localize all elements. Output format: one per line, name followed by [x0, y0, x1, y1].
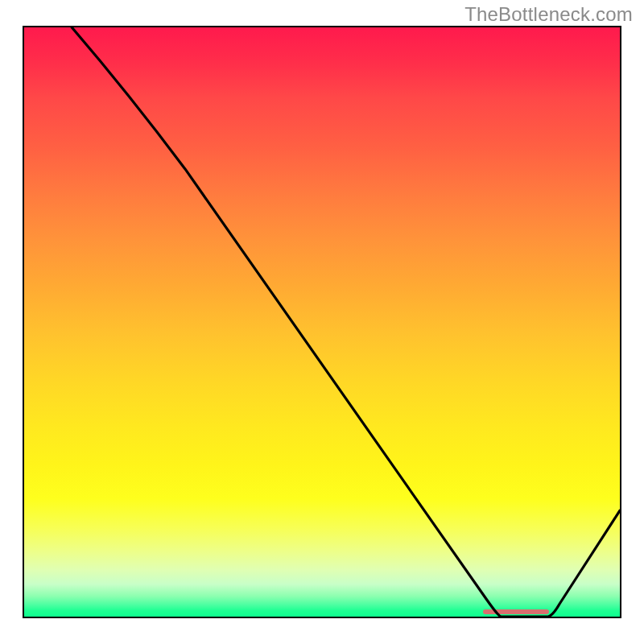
plot-area: [23, 26, 621, 618]
chart-container: TheBottleneck.com: [0, 0, 644, 644]
line-curve: [24, 27, 620, 617]
curve-path: [72, 27, 620, 617]
watermark-text: TheBottleneck.com: [464, 3, 633, 26]
